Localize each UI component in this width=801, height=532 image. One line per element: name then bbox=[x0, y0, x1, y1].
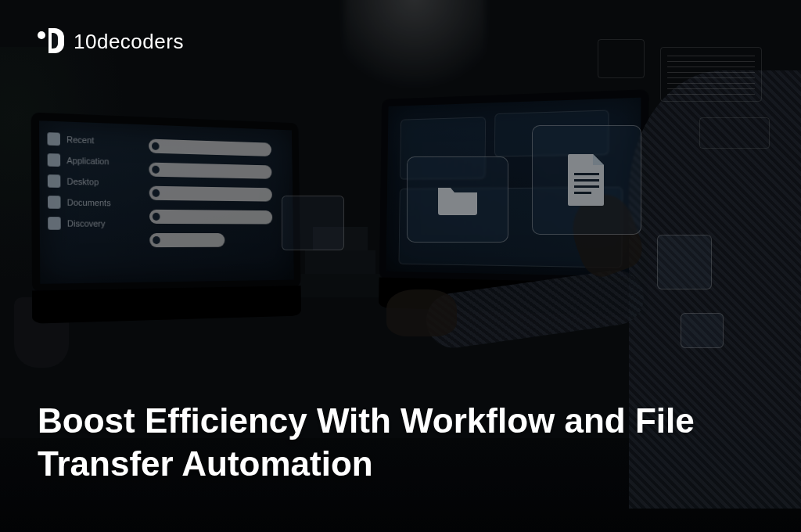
hero-headline: Boost Efficiency With Workflow and File … bbox=[38, 399, 742, 485]
brand-mark-icon bbox=[38, 28, 64, 55]
brand-name: 10decoders bbox=[74, 30, 184, 54]
hero-banner: Recent Application Desktop Documents Dis… bbox=[0, 0, 801, 532]
brand-logo: 10decoders bbox=[38, 28, 184, 55]
